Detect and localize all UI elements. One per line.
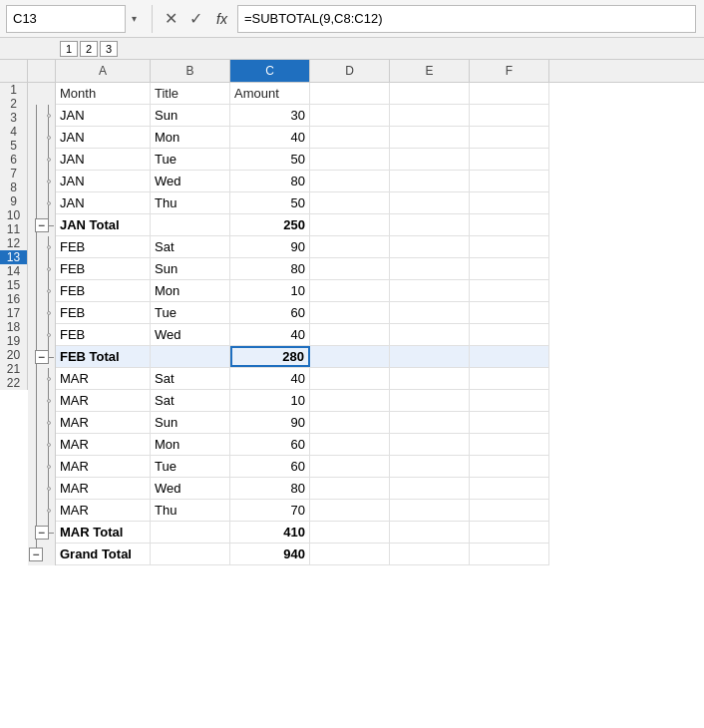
cell-e-2[interactable] [390, 105, 470, 126]
cell-a-21[interactable]: MAR Total [56, 522, 151, 543]
table-row[interactable]: MARThu70 [56, 500, 549, 522]
cell-d-19[interactable] [310, 478, 390, 499]
cell-f-8[interactable] [470, 236, 549, 257]
table-row[interactable]: MARTue60 [56, 456, 549, 478]
outline-minus-button[interactable]: − [35, 350, 49, 364]
table-row[interactable]: FEBTue60 [56, 302, 549, 324]
cell-d-9[interactable] [310, 258, 390, 279]
cell-e-4[interactable] [390, 149, 470, 170]
fx-button[interactable]: fx [210, 9, 233, 29]
cell-e-16[interactable] [390, 412, 470, 433]
cell-a-3[interactable]: JAN [56, 127, 151, 148]
cell-d-14[interactable] [310, 368, 390, 389]
table-row[interactable]: MARMon60 [56, 434, 549, 456]
cell-f-21[interactable] [470, 522, 549, 543]
table-row[interactable]: JANSun30 [56, 105, 549, 127]
cell-b-18[interactable]: Tue [151, 456, 230, 477]
table-row[interactable]: JANWed80 [56, 171, 549, 192]
cell-c-22[interactable]: 940 [230, 544, 310, 564]
cell-a-1[interactable]: Month [56, 83, 151, 104]
col-header-b[interactable]: B [151, 60, 230, 82]
cell-c-12[interactable]: 40 [230, 324, 310, 345]
level-2-button[interactable]: 2 [80, 41, 98, 57]
cell-d-15[interactable] [310, 390, 390, 411]
table-row[interactable]: JANTue50 [56, 149, 549, 171]
cell-a-10[interactable]: FEB [56, 280, 151, 301]
cell-e-10[interactable] [390, 280, 470, 301]
cell-b-17[interactable]: Mon [151, 434, 230, 455]
outline-minus-button[interactable]: − [35, 526, 49, 540]
name-box[interactable]: C13 [6, 5, 126, 33]
cell-a-16[interactable]: MAR [56, 412, 151, 433]
cell-f-13[interactable] [470, 346, 549, 367]
cell-d-16[interactable] [310, 412, 390, 433]
cell-e-22[interactable] [390, 544, 470, 564]
table-row[interactable]: FEBSat90 [56, 236, 549, 258]
table-row[interactable]: Grand Total940 [56, 544, 549, 565]
cell-f-2[interactable] [470, 105, 549, 126]
cell-b-15[interactable]: Sat [151, 390, 230, 411]
cell-c-1[interactable]: Amount [230, 83, 310, 104]
cell-a-8[interactable]: FEB [56, 236, 151, 257]
cell-b-2[interactable]: Sun [151, 105, 230, 126]
cell-f-17[interactable] [470, 434, 549, 455]
cell-a-19[interactable]: MAR [56, 478, 151, 499]
cell-c-11[interactable]: 60 [230, 302, 310, 323]
cell-b-22[interactable] [151, 544, 230, 564]
cell-d-11[interactable] [310, 302, 390, 323]
cell-c-3[interactable]: 40 [230, 127, 310, 148]
table-row[interactable]: MAR Total410 [56, 522, 549, 544]
cell-a-4[interactable]: JAN [56, 149, 151, 170]
cell-c-15[interactable]: 10 [230, 390, 310, 411]
col-header-e[interactable]: E [390, 60, 470, 82]
cell-c-16[interactable]: 90 [230, 412, 310, 433]
cell-c-2[interactable]: 30 [230, 105, 310, 126]
cell-b-13[interactable] [151, 346, 230, 367]
cell-e-1[interactable] [390, 83, 470, 104]
outline-minus-button[interactable]: − [35, 218, 49, 232]
cell-c-6[interactable]: 50 [230, 192, 310, 213]
cell-c-19[interactable]: 80 [230, 478, 310, 499]
cell-f-16[interactable] [470, 412, 549, 433]
level-3-button[interactable]: 3 [100, 41, 118, 57]
cell-a-13[interactable]: FEB Total [56, 346, 151, 367]
cell-f-10[interactable] [470, 280, 549, 301]
cell-e-17[interactable] [390, 434, 470, 455]
cell-b-7[interactable] [151, 214, 230, 235]
table-row[interactable]: MARSat10 [56, 390, 549, 412]
cell-c-9[interactable]: 80 [230, 258, 310, 279]
cell-a-11[interactable]: FEB [56, 302, 151, 323]
cell-e-15[interactable] [390, 390, 470, 411]
table-row[interactable]: FEBMon10 [56, 280, 549, 302]
table-row[interactable]: FEBSun80 [56, 258, 549, 280]
cell-e-14[interactable] [390, 368, 470, 389]
cell-b-3[interactable]: Mon [151, 127, 230, 148]
cell-c-4[interactable]: 50 [230, 149, 310, 170]
col-header-d[interactable]: D [310, 60, 390, 82]
cell-d-17[interactable] [310, 434, 390, 455]
cell-c-10[interactable]: 10 [230, 280, 310, 301]
table-row[interactable]: JANThu50 [56, 192, 549, 214]
cell-f-20[interactable] [470, 500, 549, 521]
cell-f-19[interactable] [470, 478, 549, 499]
cell-b-1[interactable]: Title [151, 83, 230, 104]
cell-d-8[interactable] [310, 236, 390, 257]
cell-c-17[interactable]: 60 [230, 434, 310, 455]
cell-c-13[interactable]: 280 [230, 346, 310, 367]
level-1-button[interactable]: 1 [60, 41, 78, 57]
cell-f-12[interactable] [470, 324, 549, 345]
cell-c-20[interactable]: 70 [230, 500, 310, 521]
cell-b-10[interactable]: Mon [151, 280, 230, 301]
table-row[interactable]: FEB Total280 [56, 346, 549, 368]
cell-d-13[interactable] [310, 346, 390, 367]
cell-e-3[interactable] [390, 127, 470, 148]
cell-d-12[interactable] [310, 324, 390, 345]
cell-f-7[interactable] [470, 214, 549, 235]
cell-e-7[interactable] [390, 214, 470, 235]
cell-a-15[interactable]: MAR [56, 390, 151, 411]
cell-b-21[interactable] [151, 522, 230, 543]
cell-b-9[interactable]: Sun [151, 258, 230, 279]
cell-b-6[interactable]: Thu [151, 192, 230, 213]
cell-f-18[interactable] [470, 456, 549, 477]
cell-b-4[interactable]: Tue [151, 149, 230, 170]
